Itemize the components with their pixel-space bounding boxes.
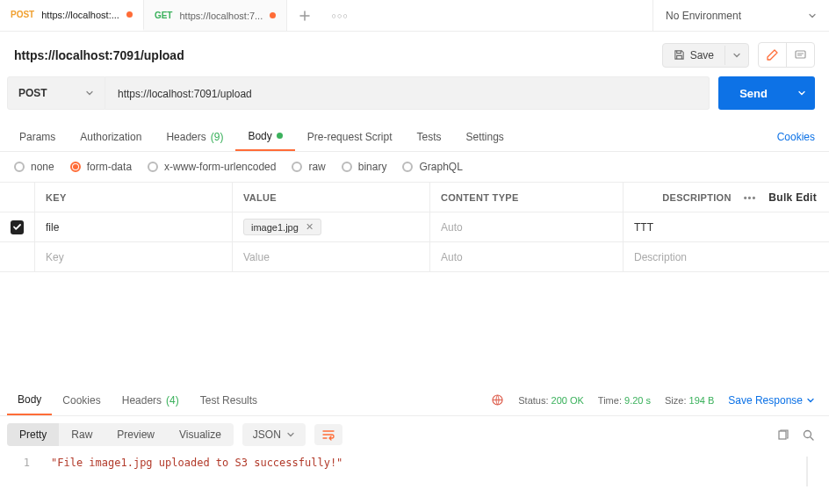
tab-prerequest[interactable]: Pre-request Script — [295, 122, 405, 151]
file-chip: image1.jpg ✕ — [243, 219, 321, 235]
radio-form-data[interactable]: form-data — [70, 161, 132, 173]
resp-tab-tests[interactable]: Test Results — [190, 385, 268, 415]
tab-method-label: POST — [11, 10, 34, 19]
body-active-indicator-icon — [277, 133, 283, 139]
comments-button[interactable] — [786, 43, 814, 67]
method-select[interactable]: POST — [7, 76, 105, 110]
comment-icon — [794, 48, 807, 61]
chevron-down-icon — [797, 89, 806, 97]
save-dropdown-button[interactable] — [724, 46, 748, 65]
svg-rect-2 — [779, 431, 786, 439]
svg-rect-0 — [796, 51, 805, 58]
view-pretty[interactable]: Pretty — [7, 423, 59, 446]
environment-select[interactable]: No Environment — [653, 0, 829, 31]
row-enabled-checkbox[interactable] — [11, 220, 24, 234]
tab-headers-label: Headers — [166, 131, 205, 143]
check-icon — [12, 222, 22, 232]
tab-headers[interactable]: Headers (9) — [154, 122, 235, 151]
url-input[interactable]: https://localhost:7091/upload — [105, 76, 710, 110]
radio-graphql[interactable]: GraphQL — [402, 161, 462, 173]
copy-button[interactable] — [776, 428, 789, 442]
cell-key[interactable]: file — [35, 212, 233, 241]
cookies-link[interactable]: Cookies — [777, 131, 815, 143]
radio-raw[interactable]: raw — [292, 161, 325, 173]
body-type-selector: none form-data x-www-form-urlencoded raw… — [0, 152, 829, 182]
status-block: Status: 200 OK — [518, 395, 584, 406]
table-row: file image1.jpg ✕ Auto TTT — [0, 212, 829, 242]
cell-content-type-placeholder[interactable]: Auto — [430, 242, 624, 271]
cell-description[interactable]: TTT — [624, 212, 829, 241]
pencil-icon — [766, 48, 779, 61]
radio-icon — [70, 162, 81, 172]
tab-settings[interactable]: Settings — [454, 122, 516, 151]
cell-key-placeholder[interactable]: Key — [35, 242, 233, 271]
request-title-bar: https://localhost:7091/upload Save — [0, 32, 829, 76]
save-button[interactable]: Save — [663, 44, 724, 67]
col-content-type: CONTENT TYPE — [430, 183, 624, 212]
ellipsis-icon: ○○○ — [332, 11, 349, 20]
chevron-down-icon — [808, 11, 817, 20]
cell-value-placeholder[interactable]: Value — [233, 242, 430, 271]
tab-method-label: GET — [155, 11, 173, 20]
response-text: "File image1.jpg uploaded to S3 successf… — [51, 457, 342, 469]
size-block: Size: 194 B — [665, 395, 714, 406]
wrap-icon — [321, 428, 335, 441]
cell-value[interactable]: image1.jpg ✕ — [233, 212, 430, 241]
resp-tab-cookies[interactable]: Cookies — [52, 385, 111, 415]
headers-count: (9) — [211, 131, 224, 143]
view-mode-group: Pretty Raw Preview Visualize — [7, 423, 234, 446]
tab-tests[interactable]: Tests — [404, 122, 453, 151]
radio-binary[interactable]: binary — [342, 161, 387, 173]
request-tabs-bar: POST https://localhost:... GET https://l… — [0, 0, 829, 32]
time-block: Time: 9.20 s — [598, 395, 651, 406]
view-visualize[interactable]: Visualize — [167, 423, 234, 446]
save-response-button[interactable]: Save Response — [728, 394, 815, 407]
radio-icon — [14, 162, 25, 172]
radio-none[interactable]: none — [14, 161, 54, 173]
tab-title: https://localhost:... — [41, 10, 119, 20]
line-number: 1 — [14, 457, 30, 469]
network-icon[interactable] — [491, 393, 504, 407]
radio-urlencoded[interactable]: x-www-form-urlencoded — [148, 161, 276, 173]
response-format-select[interactable]: JSON — [242, 423, 306, 446]
view-raw[interactable]: Raw — [59, 423, 105, 446]
search-button[interactable] — [802, 428, 815, 442]
environment-label: No Environment — [666, 10, 741, 22]
chevron-down-icon — [732, 51, 741, 60]
response-body[interactable]: 1 "File image1.jpg uploaded to S3 succes… — [0, 453, 829, 504]
copy-icon — [776, 428, 789, 442]
tab-params[interactable]: Params — [7, 122, 68, 151]
tab-authorization[interactable]: Authorization — [68, 122, 154, 151]
chevron-down-icon — [806, 396, 815, 405]
request-tab-1[interactable]: GET https://localhost:7... — [144, 0, 287, 31]
chevron-down-icon — [286, 430, 295, 439]
cell-content-type[interactable]: Auto — [430, 212, 624, 241]
tab-body-label: Body — [248, 130, 271, 142]
table-row-empty: Key Value Auto Description — [0, 242, 829, 272]
bulk-edit-button[interactable]: Bulk Edit — [768, 191, 817, 204]
tabs-overflow-button[interactable]: ○○○ — [322, 0, 357, 31]
file-chip-name: image1.jpg — [251, 222, 299, 233]
response-status-bar: Status: 200 OK Time: 9.20 s Size: 194 B … — [491, 393, 815, 407]
plus-icon — [299, 10, 311, 22]
resp-tab-body[interactable]: Body — [7, 385, 52, 415]
remove-file-button[interactable]: ✕ — [306, 221, 314, 233]
chevron-down-icon — [85, 89, 94, 97]
search-icon — [802, 428, 815, 442]
save-button-group: Save — [662, 43, 749, 68]
edit-button[interactable] — [759, 43, 786, 67]
columns-more-button[interactable]: ••• — [744, 192, 757, 203]
radio-icon — [342, 162, 352, 172]
cell-description-placeholder[interactable]: Description — [624, 242, 829, 271]
resp-tab-headers[interactable]: Headers (4) — [112, 385, 190, 415]
request-tab-0[interactable]: POST https://localhost:... — [0, 0, 144, 31]
response-section: Body Cookies Headers (4) Test Results St… — [0, 385, 829, 504]
save-icon — [674, 49, 685, 61]
send-button[interactable]: Send — [718, 76, 789, 110]
tab-body[interactable]: Body — [235, 122, 294, 151]
new-tab-button[interactable] — [287, 0, 322, 31]
send-dropdown-button[interactable] — [789, 76, 815, 110]
wrap-lines-button[interactable] — [314, 424, 342, 445]
view-preview[interactable]: Preview — [105, 423, 167, 446]
environment-area: No Environment — [652, 0, 829, 31]
